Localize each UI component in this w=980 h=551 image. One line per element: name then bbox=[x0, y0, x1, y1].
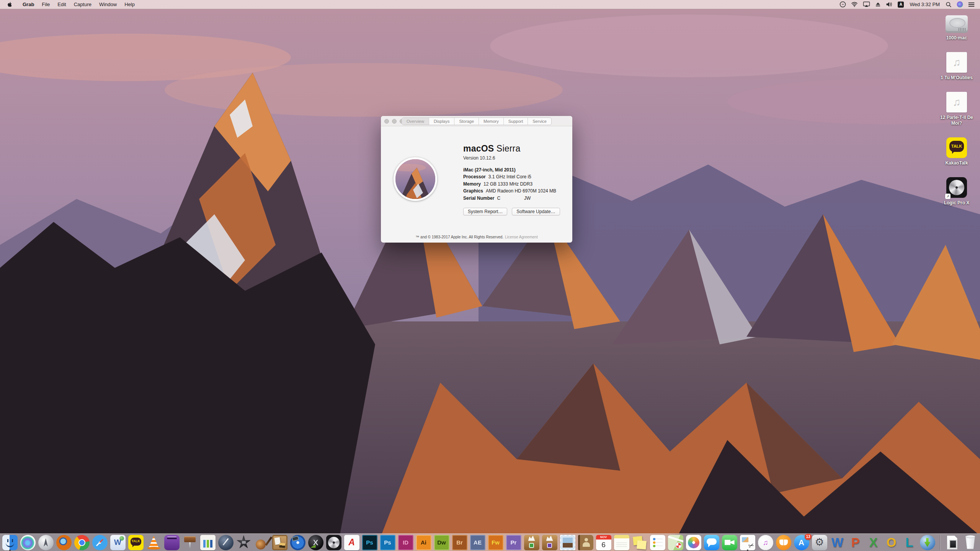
tab-memory[interactable]: Memory bbox=[479, 118, 503, 125]
dock-stickies[interactable] bbox=[632, 534, 647, 551]
illustrator-icon: Ai bbox=[416, 535, 431, 550]
menu-item-help[interactable]: Help bbox=[121, 0, 139, 9]
dock-siri[interactable] bbox=[20, 534, 36, 551]
dock-trash[interactable] bbox=[963, 534, 978, 551]
siri-icon[interactable] bbox=[957, 1, 963, 8]
dock-dvd-app[interactable] bbox=[290, 534, 305, 551]
dock-notes[interactable] bbox=[614, 534, 629, 551]
dock-keynote[interactable] bbox=[182, 534, 198, 551]
input-source-indicator[interactable]: A bbox=[898, 2, 904, 8]
system-report-button[interactable]: System Report… bbox=[463, 208, 507, 215]
menu-app-name[interactable]: Grab bbox=[19, 0, 38, 9]
dock-adobe-dreamweaver[interactable]: Dw bbox=[434, 534, 449, 551]
dock-adobe-indesign[interactable]: ID bbox=[398, 534, 413, 551]
dock-stuffit-expander[interactable] bbox=[524, 534, 539, 551]
dock-garageband[interactable] bbox=[254, 534, 270, 551]
minimize-button[interactable] bbox=[392, 119, 397, 124]
dock-reminders[interactable] bbox=[650, 534, 665, 551]
tab-service[interactable]: Service bbox=[528, 118, 551, 125]
menu-item-capture[interactable]: Capture bbox=[70, 0, 95, 9]
dock-calendar[interactable]: NOV6 bbox=[596, 534, 611, 551]
dock-vlc[interactable] bbox=[146, 534, 162, 551]
search-icon[interactable] bbox=[946, 2, 952, 8]
copyright-text: ™ and © 1983-2017 Apple Inc. All Rights … bbox=[415, 235, 503, 239]
dock-finder[interactable] bbox=[2, 534, 18, 551]
dock-mail[interactable] bbox=[560, 534, 575, 551]
dock-toast-titanium[interactable] bbox=[164, 534, 180, 551]
dock-grab[interactable] bbox=[740, 534, 755, 551]
close-button[interactable] bbox=[384, 119, 389, 124]
dock-microsoft-excel[interactable]: X bbox=[866, 534, 881, 551]
menu-bar-clock[interactable]: Wed 3:32 PM bbox=[909, 2, 941, 7]
window-title-bar[interactable]: OverviewDisplaysStorageMemorySupportServ… bbox=[381, 116, 572, 126]
airplay-display-icon[interactable] bbox=[863, 2, 870, 7]
menu-item-edit[interactable]: Edit bbox=[54, 0, 70, 9]
dock-adobe-acrobat[interactable]: A bbox=[344, 534, 359, 551]
spec-label: Graphics bbox=[463, 188, 483, 194]
dock-app-store[interactable]: A13 bbox=[794, 534, 809, 551]
dock-adobe-premiere-pro[interactable]: Pr bbox=[506, 534, 521, 551]
volume-icon[interactable] bbox=[886, 2, 893, 7]
dock-adobe-fireworks[interactable]: Fw bbox=[488, 534, 503, 551]
system-preferences-icon bbox=[812, 535, 827, 550]
apple-menu[interactable] bbox=[7, 1, 13, 8]
dock-adobe-photoshop[interactable]: Ps bbox=[380, 534, 395, 551]
finder-icon bbox=[2, 535, 18, 550]
dock-chrome[interactable] bbox=[74, 534, 90, 551]
dock-kakaotalk[interactable]: TALK bbox=[128, 534, 144, 551]
dock-itunes[interactable] bbox=[758, 534, 773, 551]
software-update-button[interactable]: Software Update… bbox=[512, 208, 560, 215]
desktop-item-kakaotalk[interactable]: TALKKakaoTalk bbox=[936, 137, 978, 166]
menu-item-file[interactable]: File bbox=[38, 0, 54, 9]
notification-center-icon[interactable] bbox=[968, 2, 975, 7]
dock-adobe-bridge[interactable]: Br bbox=[452, 534, 467, 551]
desktop-item-logic-pro-x[interactable]: ↗Logic Pro X bbox=[936, 177, 978, 206]
dock-ibooks[interactable] bbox=[776, 534, 791, 551]
dock-document[interactable] bbox=[945, 534, 960, 551]
tab-support[interactable]: Support bbox=[503, 118, 528, 125]
dock-logic-pro[interactable] bbox=[326, 534, 341, 551]
indesign-icon: ID bbox=[398, 535, 413, 550]
dock-imovie[interactable] bbox=[236, 534, 252, 551]
icon-glyph: L bbox=[905, 535, 913, 550]
dock-maps[interactable] bbox=[668, 534, 683, 551]
spec-label: Memory bbox=[463, 181, 481, 187]
dock-firefox[interactable] bbox=[56, 534, 72, 551]
wifi-icon[interactable] bbox=[851, 2, 858, 7]
desktop-item-1-tu-m-oublies[interactable]: 1 Tu M'Oublies bbox=[936, 52, 978, 81]
pages-icon bbox=[218, 535, 234, 550]
tab-displays[interactable]: Displays bbox=[429, 118, 454, 125]
dock-facetime[interactable] bbox=[722, 534, 737, 551]
dock-download-utility[interactable] bbox=[920, 534, 935, 551]
tab-overview[interactable]: Overview bbox=[402, 118, 429, 125]
dock-system-preferences[interactable] bbox=[812, 534, 827, 551]
dock-adobe-illustrator[interactable]: Ai bbox=[416, 534, 431, 551]
dock-safari[interactable] bbox=[92, 534, 108, 551]
facetime-icon bbox=[722, 535, 737, 550]
dock-microsoft-powerpoint[interactable]: P bbox=[848, 534, 863, 551]
dock-adobe-photoshop-cs[interactable]: Ps bbox=[362, 534, 377, 551]
dock-microsoft-lync[interactable]: L bbox=[902, 534, 917, 551]
dock-corkboard-app[interactable] bbox=[272, 534, 287, 551]
dock-adobe-after-effects[interactable]: AE bbox=[470, 534, 485, 551]
dock-pages[interactable] bbox=[218, 534, 234, 551]
desktop-item-12-parle-t-il-de-moi[interactable]: 12 Parle-T-Il De Moi? bbox=[936, 92, 978, 126]
dock-dropstuff[interactable] bbox=[542, 534, 557, 551]
desktop-item-1000-mac[interactable]: 1000-mac bbox=[936, 15, 978, 41]
running-indicator bbox=[9, 549, 11, 551]
dock-microsoft-word[interactable]: W bbox=[830, 534, 845, 551]
dock-photos[interactable] bbox=[686, 534, 701, 551]
dock-numbers[interactable] bbox=[200, 534, 216, 551]
dock-messages[interactable] bbox=[704, 534, 719, 551]
dock-microsoft-outlook[interactable]: O bbox=[884, 534, 899, 551]
license-agreement-link[interactable]: License Agreement bbox=[505, 235, 538, 239]
dock-launchpad[interactable] bbox=[38, 534, 54, 551]
dock-x-media-app[interactable]: X bbox=[308, 534, 323, 551]
eject-icon[interactable] bbox=[875, 2, 881, 7]
dock-contacts[interactable] bbox=[578, 534, 593, 551]
menu-item-window[interactable]: Window bbox=[95, 0, 121, 9]
creative-cloud-icon[interactable]: ∞ bbox=[840, 1, 846, 8]
audio-file-icon bbox=[946, 92, 967, 112]
tab-storage[interactable]: Storage bbox=[454, 118, 479, 125]
dock-iweb[interactable]: W bbox=[110, 534, 126, 551]
